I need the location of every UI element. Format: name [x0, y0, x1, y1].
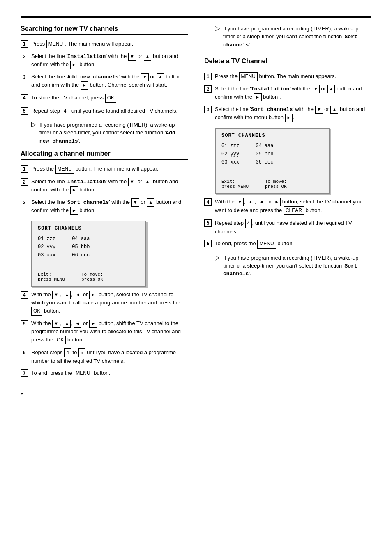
alloc-step-text-2: Select the line 'Installation' with the … [31, 178, 188, 194]
sort-channels-col1-right: 01 zzz02 yyy03 xxx [221, 142, 239, 167]
ref-5-btn: 5 [78, 348, 85, 357]
right-top-note: ▷ If you have programmed a recording (TI… [215, 25, 371, 49]
menu-btn-end-alloc: MENU [74, 369, 92, 378]
alloc-step-5: 5 With the ▼, ▲, ◄ or ► button, shift th… [21, 320, 188, 344]
alloc-step-num-1: 1 [21, 165, 28, 173]
exit-label-right: Exit:press MENU [221, 179, 249, 189]
right-arrow: ► [285, 114, 293, 122]
alloc-step-num-4: 4 [21, 291, 28, 299]
alloc-step-text-3: Select the line 'Sort channels' with the… [31, 198, 188, 215]
alloc-step-num-3: 3 [21, 199, 28, 206]
section-allocating: Allocating a channel number 1 Press the … [21, 150, 188, 378]
steps-delete: 1 Press the MENU button. The main menu a… [204, 72, 371, 122]
up-arrow: ▲ [63, 320, 71, 328]
right-arrow: ► [273, 198, 281, 206]
up-arrow: ▲ [327, 85, 335, 93]
ok-btn-1: OK [105, 94, 116, 102]
delete-step-text-6: To end, press the MENU button. [215, 240, 371, 248]
move-label-left: To move:press OK [81, 272, 103, 282]
step-3-searching: 3 Select the line 'Add new channels' wit… [21, 73, 188, 90]
sort-channels-col1-left: 01 zzz02 yyy03 xxx [38, 235, 55, 260]
main-content: Searching for new TV channels 1 Press ME… [21, 25, 371, 397]
alloc-step-num-7: 7 [21, 369, 28, 377]
step-num-2: 2 [21, 53, 28, 60]
sort-channels-footer-left: Exit:press MENU To move:press OK [38, 272, 140, 282]
down-arrow: ▼ [131, 198, 139, 207]
section-title-allocating: Allocating a channel number [21, 150, 188, 160]
right-arrow: ► [70, 61, 78, 69]
exit-label-left: Exit:press MENU [38, 272, 65, 282]
left-arrow: ◄ [258, 198, 265, 206]
ref-4-btn: 4 [62, 107, 69, 115]
alloc-step-text-1: Press the MENU button. The main menu wil… [31, 165, 188, 173]
menu-btn-del1: MENU [239, 72, 258, 81]
down-arrow: ▼ [315, 106, 323, 114]
step-2-searching: 2 Select the line 'Installation' with th… [21, 53, 188, 69]
section-title-searching: Searching for new TV channels [21, 25, 188, 35]
sort-channels-title-right: SORT CHANNELS [221, 133, 323, 138]
step-num-1: 1 [21, 40, 28, 48]
left-column: Searching for new TV channels 1 Press ME… [21, 25, 188, 397]
up-arrow: ▲ [147, 198, 154, 207]
alloc-step-text-4: With the ▼, ▲, ◄ or ► button, select the… [31, 291, 188, 316]
note-arrow-icon-del: ▷ [215, 254, 220, 279]
alloc-step-1: 1 Press the MENU button. The main menu w… [21, 165, 188, 173]
ref-4-btn2: 4 [64, 348, 71, 357]
move-label-right: To move:press OK [265, 179, 287, 189]
down-arrow: ▼ [128, 178, 136, 186]
sort-channels-footer-right: Exit:press MENU To move:press OK [221, 179, 323, 189]
sort-channels-box-right: SORT CHANNELS 01 zzz02 yyy03 xxx 04 aaa0… [215, 128, 330, 194]
up-arrow: ▲ [157, 73, 164, 81]
up-arrow: ▲ [330, 106, 338, 114]
delete-step-4: 4 With the ▼, ▲, ◄ or ► button, select t… [204, 198, 371, 215]
right-note-text: If you have programmed a recording (TIME… [223, 25, 371, 49]
note-searching: ▷ If you have programmed a recording (TI… [31, 121, 188, 145]
ref-4-btn-del: 4 [245, 219, 252, 228]
note-text-delete: If you have programmed a recording (TIME… [223, 254, 371, 279]
delete-step-text-2: Select the line 'Installation' with the … [215, 85, 371, 101]
down-arrow: ▼ [128, 53, 136, 61]
sort-channels-content-right: 01 zzz02 yyy03 xxx 04 aaa05 bbb06 ccc [221, 142, 323, 167]
right-column: ▷ If you have programmed a recording (TI… [204, 25, 371, 397]
delete-step-text-1: Press the MENU button. The main menu app… [215, 72, 371, 81]
step-text-4: To store the TV channel, press OK. [31, 94, 188, 102]
down-arrow: ▼ [52, 320, 60, 328]
alloc-step-7: 7 To end, press the MENU button. [21, 369, 188, 378]
alloc-step-4: 4 With the ▼, ▲, ◄ or ► button, select t… [21, 291, 188, 316]
step-5-searching: 5 Repeat step 4, until you have found al… [21, 107, 188, 115]
steps-allocating-2: 4 With the ▼, ▲, ◄ or ► button, select t… [21, 291, 188, 378]
delete-step-text-5: Repeat step 4, until you have deleted al… [215, 219, 371, 235]
sort-channels-col2-right: 04 aaa05 bbb06 ccc [256, 142, 273, 167]
step-num-4: 4 [21, 94, 28, 101]
right-arrow: ► [89, 320, 97, 328]
menu-btn-end-del: MENU [257, 240, 276, 248]
note-arrow-icon: ▷ [31, 120, 36, 145]
step-text-3: Select the line 'Add new channels' with … [31, 73, 188, 90]
alloc-step-6: 6 Repeat steps 4 to 5 until you have all… [21, 348, 188, 365]
delete-step-num-6: 6 [204, 240, 212, 247]
delete-step-5: 5 Repeat step 4, until you have deleted … [204, 219, 371, 235]
up-arrow: ▲ [63, 291, 71, 299]
delete-step-2: 2 Select the line 'Installation' with th… [204, 85, 371, 101]
right-note-arrow-icon: ▷ [215, 24, 220, 49]
delete-step-num-2: 2 [204, 85, 212, 93]
ok-btn-alloc4: OK [31, 307, 42, 316]
step-1-searching: 1 Press MENU. The main menu will appear. [21, 40, 188, 48]
step-4-searching: 4 To store the TV channel, press OK. [21, 94, 188, 102]
delete-step-text-3: Select the line 'Sort channels' with the… [215, 106, 371, 122]
delete-step-text-4: With the ▼, ▲, ◄ or ► button, select the… [215, 198, 371, 215]
step-text-2: Select the line 'Installation' with the … [31, 53, 188, 69]
right-arrow: ► [81, 81, 88, 90]
sort-channels-content-left: 01 zzz02 yyy03 xxx 04 aaa05 bbb06 ccc [38, 235, 140, 260]
left-arrow: ◄ [74, 320, 82, 328]
page-number: 8 [21, 390, 188, 397]
step-text-1: Press MENU. The main menu will appear. [31, 40, 188, 48]
up-arrow: ▲ [144, 53, 152, 61]
alloc-step-3: 3 Select the line 'Sort channels' with t… [21, 198, 188, 215]
step-text-5: Repeat step 4, until you have found all … [31, 107, 188, 115]
alloc-step-text-5: With the ▼, ▲, ◄ or ► button, shift the … [31, 320, 188, 344]
menu-btn-1: MENU [46, 40, 65, 48]
delete-step-num-1: 1 [204, 73, 212, 80]
down-arrow: ▼ [312, 85, 320, 93]
alloc-step-text-7: To end, press the MENU button. [31, 369, 188, 378]
